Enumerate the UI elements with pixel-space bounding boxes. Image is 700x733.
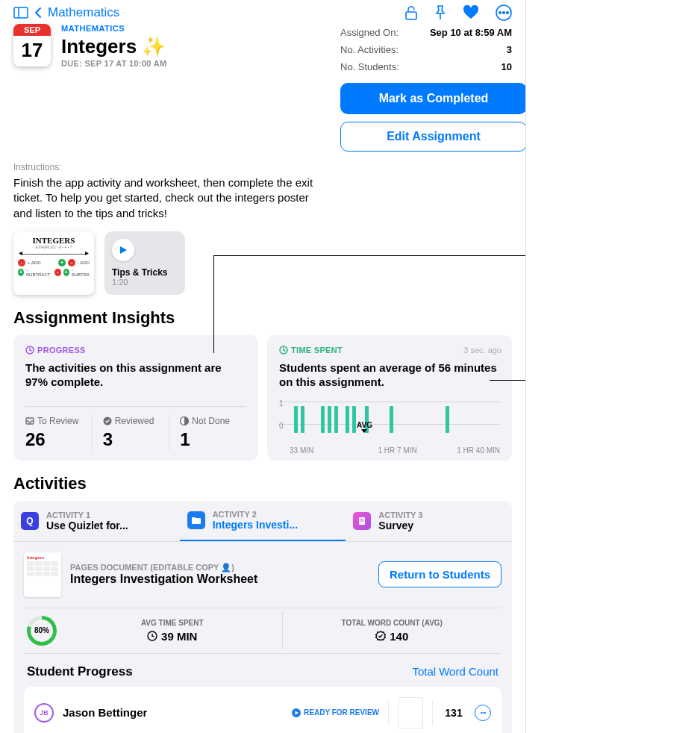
x-max: 1 HR 40 MIN xyxy=(457,446,500,455)
tab-activity-1[interactable]: Q ACTIVITY 1Use Quizlet for... xyxy=(13,501,180,541)
tips-duration: 1:20 xyxy=(112,278,178,287)
svg-rect-16 xyxy=(360,520,364,521)
student-progress-heading: Student Progress xyxy=(27,664,133,679)
progress-tag: PROGRESS xyxy=(25,346,246,355)
assignment-title: Integers ✨ xyxy=(61,35,166,58)
sidebar-icon[interactable] xyxy=(13,7,28,19)
avg-time-value: 39 MIN xyxy=(161,630,197,643)
svg-point-7 xyxy=(507,12,509,14)
survey-icon xyxy=(353,512,371,530)
num-activities-label: No. Activities: xyxy=(340,44,399,55)
clock-small-icon xyxy=(147,631,157,641)
submission-thumbnail[interactable] xyxy=(398,697,423,729)
svg-point-6 xyxy=(503,12,505,14)
not-done-value: 1 xyxy=(180,429,246,450)
poster-title: INTEGERS xyxy=(18,236,90,245)
avatar: JB xyxy=(34,703,54,723)
insights-heading: Assignment Insights xyxy=(0,295,525,335)
row-more-icon[interactable]: ··· xyxy=(475,705,491,721)
svg-rect-15 xyxy=(360,519,364,520)
time-chart: 1 0 AVG 33 MIN xyxy=(279,402,500,446)
assigned-on-value: Sep 10 at 8:59 AM xyxy=(430,27,512,38)
attachment-poster[interactable]: INTEGERS EXAMPLES: -9 • 4 • 7 - + ADD +-… xyxy=(13,231,94,295)
document-type: PAGES DOCUMENT (EDITABLE COPY 👤) xyxy=(70,563,257,573)
unlock-icon[interactable] xyxy=(404,5,418,20)
checkmark-icon xyxy=(103,417,112,425)
back-chevron-icon[interactable] xyxy=(34,7,42,19)
heart-icon[interactable] xyxy=(463,5,479,20)
ready-icon xyxy=(292,708,301,717)
student-row[interactable]: JB Jason Bettinger READY FOR REVIEW 131 … xyxy=(34,687,491,733)
play-icon xyxy=(112,239,134,261)
tab-activity-3[interactable]: ACTIVITY 3Survey xyxy=(346,501,512,541)
instructions-text: Finish the app activity and worksheet, t… xyxy=(13,175,330,221)
svg-point-5 xyxy=(499,12,501,14)
badge-icon xyxy=(375,631,386,641)
progress-card[interactable]: PROGRESS The activities on this assignme… xyxy=(13,335,258,461)
document-name: Integers Investigation Worksheet xyxy=(70,573,257,586)
svg-marker-8 xyxy=(120,246,127,254)
total-word-count-link[interactable]: Total Word Count xyxy=(412,665,499,678)
student-word-count: 131 xyxy=(442,707,466,719)
calendar-day: 17 xyxy=(13,36,51,66)
time-ago: 3 sec. ago xyxy=(463,346,501,355)
tips-title: Tips & Tricks xyxy=(112,267,178,278)
num-activities-value: 3 xyxy=(507,44,512,55)
due-date: DUE: SEP 17 AT 10:00 AM xyxy=(61,59,166,68)
pin-icon[interactable] xyxy=(434,5,446,20)
time-card[interactable]: 3 sec. ago TIME SPENT Students spent an … xyxy=(267,335,512,461)
activities-heading: Activities xyxy=(0,461,525,501)
word-count-label: TOTAL WORD COUNT (AVG) xyxy=(283,619,502,627)
avg-time-label: AVG TIME SPENT xyxy=(63,619,282,627)
x-mid: 1 HR 7 MIN xyxy=(378,446,416,455)
clock-icon xyxy=(279,346,288,355)
student-name: Jason Bettinger xyxy=(63,706,283,719)
more-icon[interactable] xyxy=(496,4,512,21)
tab-activity-2[interactable]: ACTIVITY 2Integers Investi... xyxy=(180,501,346,541)
instructions-label: Instructions: xyxy=(13,162,330,172)
inbox-icon xyxy=(25,417,34,425)
completion-ring: 80% xyxy=(27,616,57,646)
assigned-on-label: Assigned On: xyxy=(340,27,399,38)
to-review-value: 26 xyxy=(25,429,92,450)
word-count-value: 140 xyxy=(390,630,408,643)
quizlet-icon: Q xyxy=(21,512,39,530)
half-circle-icon xyxy=(180,417,189,425)
progress-summary: The activities on this assignment are 97… xyxy=(25,361,246,390)
back-label[interactable]: Mathematics xyxy=(48,5,119,20)
calendar-chip: SEP 17 xyxy=(13,24,51,66)
document-thumbnail[interactable]: Integers xyxy=(24,552,61,597)
time-summary: Students spent an average of 56 minutes … xyxy=(279,361,500,390)
folder-icon xyxy=(187,511,205,529)
avg-marker: AVG xyxy=(357,421,372,433)
attachment-tips[interactable]: Tips & Tricks 1:20 xyxy=(104,231,185,295)
category-label: MATHEMATICS xyxy=(61,24,166,33)
num-students-label: No. Students: xyxy=(340,61,399,72)
reviewed-value: 3 xyxy=(103,429,169,450)
progress-icon xyxy=(25,346,34,355)
return-to-students-button[interactable]: Return to Students xyxy=(378,561,501,587)
calendar-month: SEP xyxy=(13,24,51,36)
x-min: 33 MIN xyxy=(290,446,313,455)
mark-completed-button[interactable]: Mark as Completed xyxy=(340,83,526,114)
svg-rect-2 xyxy=(406,12,416,19)
status-badge: READY FOR REVIEW xyxy=(292,708,379,717)
edit-assignment-button[interactable]: Edit Assignment xyxy=(340,122,526,152)
num-students-value: 10 xyxy=(501,61,512,72)
svg-rect-0 xyxy=(14,7,28,18)
